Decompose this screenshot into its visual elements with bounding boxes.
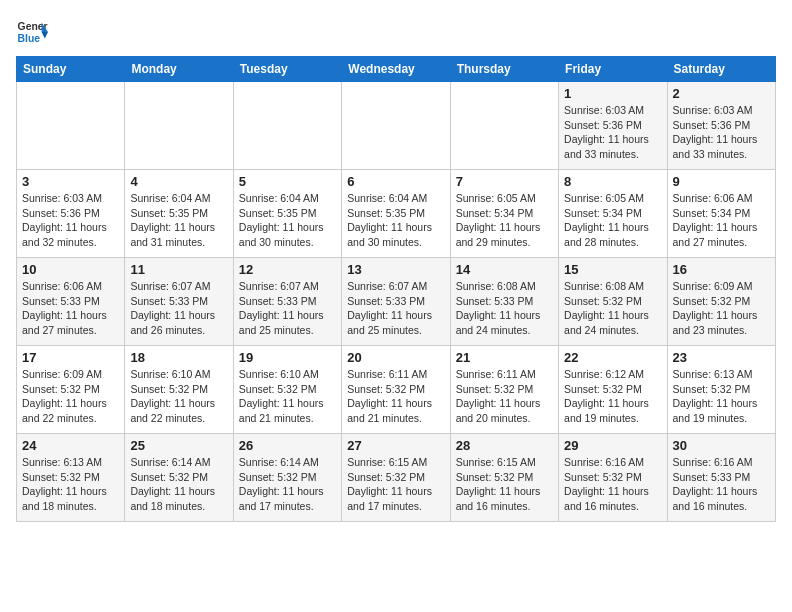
- day-info-line: Sunrise: 6:08 AM: [456, 279, 553, 294]
- day-number: 18: [130, 350, 227, 365]
- day-info-line: Daylight: 11 hours and 17 minutes.: [239, 484, 336, 513]
- weekday-header-tuesday: Tuesday: [233, 57, 341, 82]
- day-info-line: Sunset: 5:36 PM: [673, 118, 770, 133]
- day-info-line: Daylight: 11 hours and 28 minutes.: [564, 220, 661, 249]
- day-info-line: Sunrise: 6:15 AM: [347, 455, 444, 470]
- day-info-line: Daylight: 11 hours and 18 minutes.: [130, 484, 227, 513]
- day-info-line: Sunset: 5:32 PM: [456, 382, 553, 397]
- day-info-line: Sunset: 5:32 PM: [347, 470, 444, 485]
- day-info-line: Sunset: 5:32 PM: [564, 382, 661, 397]
- calendar-cell: 2Sunrise: 6:03 AMSunset: 5:36 PMDaylight…: [667, 82, 775, 170]
- day-info-line: Sunrise: 6:07 AM: [239, 279, 336, 294]
- day-number: 16: [673, 262, 770, 277]
- calendar-cell: 15Sunrise: 6:08 AMSunset: 5:32 PMDayligh…: [559, 258, 667, 346]
- day-number: 15: [564, 262, 661, 277]
- calendar-cell: [342, 82, 450, 170]
- calendar-cell: 9Sunrise: 6:06 AMSunset: 5:34 PMDaylight…: [667, 170, 775, 258]
- day-info-line: Daylight: 11 hours and 25 minutes.: [239, 308, 336, 337]
- day-number: 14: [456, 262, 553, 277]
- calendar-week-5: 24Sunrise: 6:13 AMSunset: 5:32 PMDayligh…: [17, 434, 776, 522]
- day-info-line: Sunrise: 6:04 AM: [347, 191, 444, 206]
- day-info-line: Sunrise: 6:16 AM: [673, 455, 770, 470]
- day-info-line: Sunset: 5:32 PM: [22, 470, 119, 485]
- day-info-line: Sunrise: 6:05 AM: [564, 191, 661, 206]
- day-info-line: Daylight: 11 hours and 33 minutes.: [673, 132, 770, 161]
- day-info-line: Sunrise: 6:12 AM: [564, 367, 661, 382]
- day-info-line: Daylight: 11 hours and 29 minutes.: [456, 220, 553, 249]
- day-info-line: Sunrise: 6:04 AM: [239, 191, 336, 206]
- day-info-line: Sunset: 5:34 PM: [673, 206, 770, 221]
- day-info-line: Sunrise: 6:13 AM: [22, 455, 119, 470]
- day-info-line: Daylight: 11 hours and 22 minutes.: [130, 396, 227, 425]
- calendar-cell: 1Sunrise: 6:03 AMSunset: 5:36 PMDaylight…: [559, 82, 667, 170]
- day-number: 8: [564, 174, 661, 189]
- calendar-week-3: 10Sunrise: 6:06 AMSunset: 5:33 PMDayligh…: [17, 258, 776, 346]
- day-info-line: Daylight: 11 hours and 23 minutes.: [673, 308, 770, 337]
- day-info-line: Sunrise: 6:06 AM: [22, 279, 119, 294]
- day-number: 21: [456, 350, 553, 365]
- calendar-cell: 8Sunrise: 6:05 AMSunset: 5:34 PMDaylight…: [559, 170, 667, 258]
- day-info-line: Sunset: 5:33 PM: [347, 294, 444, 309]
- day-info-line: Sunset: 5:34 PM: [456, 206, 553, 221]
- day-info-line: Sunset: 5:33 PM: [673, 470, 770, 485]
- day-info-line: Daylight: 11 hours and 24 minutes.: [456, 308, 553, 337]
- calendar-cell: 24Sunrise: 6:13 AMSunset: 5:32 PMDayligh…: [17, 434, 125, 522]
- day-info-line: Daylight: 11 hours and 27 minutes.: [673, 220, 770, 249]
- calendar-cell: 23Sunrise: 6:13 AMSunset: 5:32 PMDayligh…: [667, 346, 775, 434]
- day-info-line: Sunset: 5:35 PM: [347, 206, 444, 221]
- day-info-line: Sunrise: 6:07 AM: [347, 279, 444, 294]
- calendar-table: SundayMondayTuesdayWednesdayThursdayFrid…: [16, 56, 776, 522]
- calendar-header: SundayMondayTuesdayWednesdayThursdayFrid…: [17, 57, 776, 82]
- day-info-line: Daylight: 11 hours and 25 minutes.: [347, 308, 444, 337]
- calendar-cell: 17Sunrise: 6:09 AMSunset: 5:32 PMDayligh…: [17, 346, 125, 434]
- day-info-line: Daylight: 11 hours and 30 minutes.: [347, 220, 444, 249]
- page-header: General Blue: [16, 16, 776, 48]
- day-info-line: Sunset: 5:32 PM: [347, 382, 444, 397]
- day-info-line: Daylight: 11 hours and 32 minutes.: [22, 220, 119, 249]
- calendar-cell: [233, 82, 341, 170]
- calendar-cell: 27Sunrise: 6:15 AMSunset: 5:32 PMDayligh…: [342, 434, 450, 522]
- day-info-line: Sunset: 5:32 PM: [130, 382, 227, 397]
- day-info-line: Sunrise: 6:10 AM: [130, 367, 227, 382]
- calendar-cell: 22Sunrise: 6:12 AMSunset: 5:32 PMDayligh…: [559, 346, 667, 434]
- day-info-line: Sunset: 5:35 PM: [239, 206, 336, 221]
- day-info-line: Sunrise: 6:13 AM: [673, 367, 770, 382]
- calendar-cell: 30Sunrise: 6:16 AMSunset: 5:33 PMDayligh…: [667, 434, 775, 522]
- day-info-line: Sunrise: 6:03 AM: [22, 191, 119, 206]
- calendar-cell: [125, 82, 233, 170]
- day-number: 23: [673, 350, 770, 365]
- day-info-line: Sunset: 5:33 PM: [130, 294, 227, 309]
- day-info-line: Sunrise: 6:14 AM: [130, 455, 227, 470]
- calendar-cell: [450, 82, 558, 170]
- day-info-line: Daylight: 11 hours and 31 minutes.: [130, 220, 227, 249]
- calendar-week-4: 17Sunrise: 6:09 AMSunset: 5:32 PMDayligh…: [17, 346, 776, 434]
- calendar-cell: 11Sunrise: 6:07 AMSunset: 5:33 PMDayligh…: [125, 258, 233, 346]
- day-number: 6: [347, 174, 444, 189]
- day-info-line: Sunrise: 6:11 AM: [347, 367, 444, 382]
- day-info-line: Sunrise: 6:11 AM: [456, 367, 553, 382]
- day-info-line: Sunset: 5:33 PM: [22, 294, 119, 309]
- day-info-line: Sunrise: 6:03 AM: [673, 103, 770, 118]
- day-info-line: Daylight: 11 hours and 18 minutes.: [22, 484, 119, 513]
- day-number: 1: [564, 86, 661, 101]
- day-number: 25: [130, 438, 227, 453]
- day-info-line: Daylight: 11 hours and 16 minutes.: [564, 484, 661, 513]
- logo: General Blue: [16, 16, 48, 48]
- day-number: 7: [456, 174, 553, 189]
- day-number: 30: [673, 438, 770, 453]
- day-number: 27: [347, 438, 444, 453]
- weekday-header-wednesday: Wednesday: [342, 57, 450, 82]
- day-info-line: Sunset: 5:35 PM: [130, 206, 227, 221]
- day-info-line: Sunset: 5:32 PM: [673, 294, 770, 309]
- day-info-line: Daylight: 11 hours and 26 minutes.: [130, 308, 227, 337]
- day-info-line: Sunrise: 6:15 AM: [456, 455, 553, 470]
- day-info-line: Daylight: 11 hours and 16 minutes.: [456, 484, 553, 513]
- day-number: 22: [564, 350, 661, 365]
- day-info-line: Daylight: 11 hours and 20 minutes.: [456, 396, 553, 425]
- day-info-line: Daylight: 11 hours and 17 minutes.: [347, 484, 444, 513]
- calendar-cell: 6Sunrise: 6:04 AMSunset: 5:35 PMDaylight…: [342, 170, 450, 258]
- weekday-header-thursday: Thursday: [450, 57, 558, 82]
- calendar-cell: 26Sunrise: 6:14 AMSunset: 5:32 PMDayligh…: [233, 434, 341, 522]
- day-info-line: Sunset: 5:36 PM: [22, 206, 119, 221]
- calendar-cell: 13Sunrise: 6:07 AMSunset: 5:33 PMDayligh…: [342, 258, 450, 346]
